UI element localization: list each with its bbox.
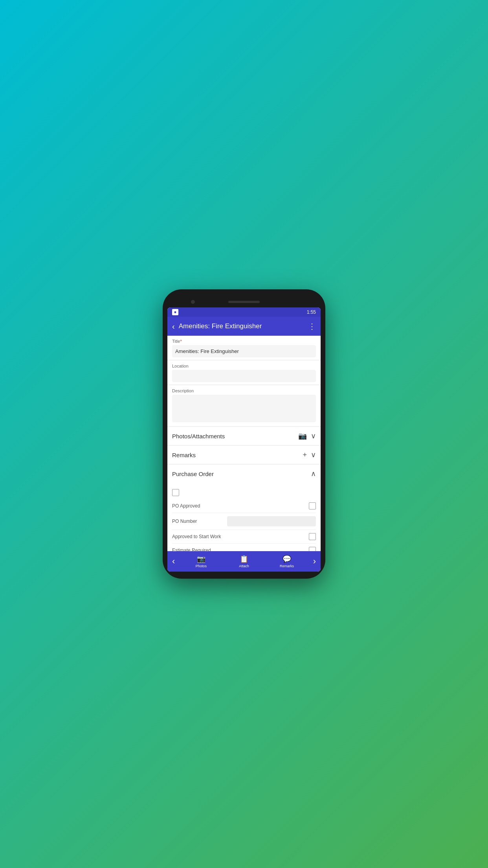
- po-approved-row: PO Approved: [172, 499, 316, 513]
- title-label: Title*: [172, 339, 316, 344]
- description-input[interactable]: [172, 395, 316, 422]
- po-section-title: Purchase Order: [172, 471, 311, 477]
- status-bar: ■ 1:55: [167, 307, 321, 317]
- remarks-add-icon[interactable]: +: [303, 451, 307, 459]
- back-button[interactable]: ‹: [172, 322, 175, 331]
- estimate-required-checkbox[interactable]: [309, 547, 316, 551]
- location-field-group: Location: [167, 360, 321, 384]
- app-bar-title: Amenities: Fire Extinguisher: [179, 322, 308, 330]
- estimate-required-label: Estimate Required: [172, 548, 309, 551]
- photos-section-header[interactable]: Photos/Attachments 📷 ∨: [167, 427, 321, 445]
- remarks-nav-icon: 💬: [283, 555, 291, 563]
- menu-button[interactable]: ⋮: [308, 322, 316, 331]
- estimate-required-row: Estimate Required: [172, 544, 316, 551]
- photos-section-title: Photos/Attachments: [172, 433, 298, 440]
- nav-next-button[interactable]: ›: [308, 556, 321, 566]
- po-number-label: PO Number: [172, 519, 227, 524]
- photos-nav-label: Photos: [196, 564, 207, 568]
- po-content: PO Approved PO Number Approved to Start …: [167, 483, 321, 551]
- description-label: Description: [172, 388, 316, 393]
- phone-frame: ■ 1:55 ‹ Amenities: Fire Extinguisher ⋮ …: [163, 289, 325, 579]
- location-input[interactable]: [172, 370, 316, 382]
- phone-top-bar: [167, 296, 321, 307]
- phone-camera: [191, 300, 195, 304]
- content-area[interactable]: Title* Location Description Photos/Attac…: [167, 336, 321, 551]
- po-top-checkbox[interactable]: [172, 489, 179, 496]
- location-label: Location: [172, 364, 316, 368]
- description-field-group: Description: [167, 385, 321, 426]
- approved-start-checkbox[interactable]: [309, 533, 316, 540]
- purchase-order-section: Purchase Order ∧ PO Approved P: [167, 465, 321, 551]
- remarks-nav-label: Remarks: [280, 564, 294, 568]
- po-approved-checkbox[interactable]: [309, 502, 316, 509]
- po-approved-label: PO Approved: [172, 503, 309, 509]
- remarks-chevron-down-icon[interactable]: ∨: [311, 451, 316, 459]
- nav-prev-button[interactable]: ‹: [167, 556, 180, 566]
- po-number-input[interactable]: [227, 516, 316, 526]
- title-field-group: Title*: [167, 336, 321, 360]
- title-input[interactable]: [172, 345, 316, 357]
- nav-attach-button[interactable]: 📋 Attach: [222, 555, 265, 568]
- photos-chevron-down-icon[interactable]: ∨: [311, 432, 316, 440]
- nav-remarks-button[interactable]: 💬 Remarks: [266, 555, 308, 568]
- bottom-nav: ‹ 📷 Photos 📋 Attach 💬 Remarks ›: [167, 551, 321, 572]
- status-icon: ■: [172, 309, 178, 315]
- app-bar: ‹ Amenities: Fire Extinguisher ⋮: [167, 317, 321, 336]
- photos-icons: 📷 ∨: [298, 432, 316, 440]
- approved-start-row: Approved to Start Work: [172, 530, 316, 544]
- phone-screen: ■ 1:55 ‹ Amenities: Fire Extinguisher ⋮ …: [167, 307, 321, 572]
- po-top-checkbox-row: [172, 489, 316, 496]
- photos-nav-icon: 📷: [197, 555, 205, 563]
- attach-nav-label: Attach: [239, 564, 249, 568]
- po-section-header[interactable]: Purchase Order ∧: [167, 465, 321, 483]
- attach-nav-icon: 📋: [240, 555, 248, 563]
- camera-icon[interactable]: 📷: [298, 432, 307, 440]
- remarks-section-title: Remarks: [172, 452, 303, 458]
- approved-start-label: Approved to Start Work: [172, 534, 309, 539]
- po-number-row: PO Number: [172, 513, 316, 530]
- remarks-icons: + ∨: [303, 451, 316, 459]
- nav-photos-button[interactable]: 📷 Photos: [180, 555, 222, 568]
- title-required: *: [180, 339, 182, 344]
- po-chevron-up-icon[interactable]: ∧: [311, 469, 316, 478]
- phone-speaker: [228, 301, 260, 303]
- status-time: 1:55: [307, 309, 316, 315]
- remarks-section-header[interactable]: Remarks + ∨: [167, 446, 321, 464]
